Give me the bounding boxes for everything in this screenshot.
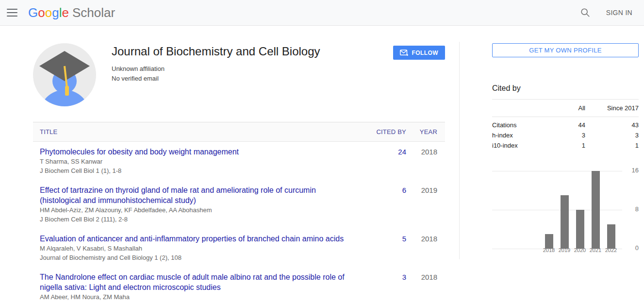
google-scholar-logo[interactable]: Google Scholar bbox=[28, 5, 115, 20]
profile-affiliation: Unknown affiliation bbox=[112, 64, 320, 74]
stats-column-all: All bbox=[551, 100, 585, 117]
google-logo-letter: o bbox=[45, 5, 52, 20]
follow-button-label: FOLLOW bbox=[412, 50, 438, 56]
publication-row: The Nandrolone effect on cardiac muscle … bbox=[33, 267, 445, 304]
publications-table: TITLE CITED BY YEAR Phytomolecules for o… bbox=[33, 122, 445, 304]
publication-cited-by-count[interactable]: 6 bbox=[402, 186, 406, 194]
stats-value-since[interactable]: 1 bbox=[585, 140, 639, 151]
cited-by-heading: Cited by bbox=[492, 84, 639, 93]
chart-y-tick-label: 16 bbox=[624, 167, 639, 174]
chart-gridline bbox=[492, 171, 622, 171]
column-header-title[interactable]: TITLE bbox=[40, 128, 356, 135]
publication-authors: M Alqaraleh, V Kasabri, S Mashallah bbox=[40, 244, 356, 253]
publication-venue: J Biochem Cell Biol 2 (111), 2-8 bbox=[40, 215, 356, 224]
chart-y-tick-label: 0 bbox=[624, 244, 639, 252]
chart-bar-2018[interactable] bbox=[545, 234, 553, 249]
column-header-year[interactable]: YEAR bbox=[406, 128, 445, 135]
menu-icon[interactable] bbox=[7, 9, 17, 17]
chart-bar-2020[interactable] bbox=[576, 210, 584, 249]
chart-x-tick-label: 2019 bbox=[556, 247, 573, 253]
profile-email: No verified email bbox=[112, 74, 320, 84]
search-icon[interactable] bbox=[580, 7, 591, 18]
publication-cited-by-count[interactable]: 24 bbox=[398, 148, 406, 156]
publication-row: Phytomolecules for obesity and body weig… bbox=[33, 142, 445, 180]
publication-venue: Journal of Biochemistry and Cell Biology… bbox=[40, 302, 356, 304]
publication-year: 2018 bbox=[406, 147, 445, 175]
chart-y-tick-label: 8 bbox=[624, 205, 639, 213]
column-divider bbox=[459, 42, 460, 259]
stats-row-label: h-index bbox=[492, 130, 551, 140]
chart-x-tick-label: 2020 bbox=[571, 247, 589, 253]
publication-cited-by-count[interactable]: 5 bbox=[402, 235, 406, 243]
google-logo-letter: G bbox=[28, 5, 38, 20]
publication-title-link[interactable]: Phytomolecules for obesity and body weig… bbox=[40, 147, 356, 157]
publication-title-link[interactable]: The Nandrolone effect on cardiac muscle … bbox=[40, 272, 356, 292]
chart-x-tick-label: 2022 bbox=[602, 247, 620, 253]
publication-year: 2019 bbox=[406, 185, 445, 224]
stats-value-since[interactable]: 43 bbox=[585, 117, 639, 131]
publication-authors: AM Abeer, HM Noura, ZM Maha bbox=[40, 293, 356, 302]
get-my-own-profile-button[interactable]: GET MY OWN PROFILE bbox=[492, 43, 639, 57]
google-logo-letter: o bbox=[38, 5, 45, 20]
publication-row: Effect of tartrazine on thyroid gland of… bbox=[33, 180, 445, 229]
chart-gridline bbox=[492, 210, 622, 210]
stats-row: Citations 44 43 bbox=[492, 117, 639, 131]
stats-value-all[interactable]: 44 bbox=[551, 117, 585, 131]
chart-x-tick-label: 2021 bbox=[587, 247, 604, 253]
citations-per-year-chart: 168020182019202020212022 bbox=[492, 167, 639, 255]
sign-in-link[interactable]: SIGN IN bbox=[606, 9, 632, 17]
publication-venue: Journal of Biochemistry and Cell Biology… bbox=[40, 253, 356, 262]
stats-value-since[interactable]: 3 bbox=[585, 130, 639, 140]
google-logo: Google bbox=[28, 5, 69, 20]
publication-authors: T Sharma, SS Kanwar bbox=[40, 157, 356, 166]
publications-table-header: TITLE CITED BY YEAR bbox=[33, 122, 445, 142]
top-app-bar: Google Scholar SIGN IN bbox=[0, 0, 644, 26]
publication-year: 2018 bbox=[406, 272, 445, 304]
stats-row-label: Citations bbox=[492, 117, 551, 131]
publication-venue: J Biochem Cell Biol 1 (1), 1-8 bbox=[40, 167, 356, 175]
publication-title-link[interactable]: Evaluation of anticancer and anti-inflam… bbox=[40, 234, 356, 244]
publication-year: 2018 bbox=[406, 234, 445, 262]
profile-header: Journal of Biochemistry and Cell Biology… bbox=[33, 43, 445, 106]
scholar-avatar[interactable] bbox=[33, 43, 96, 106]
stats-value-all[interactable]: 3 bbox=[551, 130, 585, 140]
stats-row: i10-index 1 1 bbox=[492, 140, 639, 151]
profile-name: Journal of Biochemistry and Cell Biology bbox=[112, 45, 320, 58]
google-logo-letter: e bbox=[62, 5, 68, 20]
chart-bar-2021[interactable] bbox=[592, 171, 600, 249]
column-header-cited-by[interactable]: CITED BY bbox=[356, 128, 406, 135]
chart-bar-2022[interactable] bbox=[607, 224, 615, 249]
publication-cited-by-count[interactable]: 3 bbox=[402, 273, 406, 281]
google-logo-letter: g bbox=[52, 5, 59, 20]
publication-row: Evaluation of anticancer and anti-inflam… bbox=[33, 229, 445, 267]
stats-column-since: Since 2017 bbox=[585, 100, 639, 117]
chart-x-tick-label: 2018 bbox=[540, 247, 558, 253]
follow-envelope-icon bbox=[400, 50, 408, 56]
stats-row: h-index 3 3 bbox=[492, 130, 639, 140]
follow-button[interactable]: FOLLOW bbox=[393, 46, 445, 60]
citation-stats-table: All Since 2017 Citations 44 43h-index 3 … bbox=[492, 99, 639, 151]
publication-title-link[interactable]: Effect of tartrazine on thyroid gland of… bbox=[40, 185, 356, 205]
scholar-logo-text: Scholar bbox=[72, 5, 115, 20]
publication-authors: HM Abdel-Aziz, ZM Alazouny, KF Abdelfade… bbox=[40, 206, 356, 215]
chart-bar-2019[interactable] bbox=[561, 195, 569, 249]
stats-row-label: i10-index bbox=[492, 140, 551, 151]
stats-value-all[interactable]: 1 bbox=[551, 140, 585, 151]
